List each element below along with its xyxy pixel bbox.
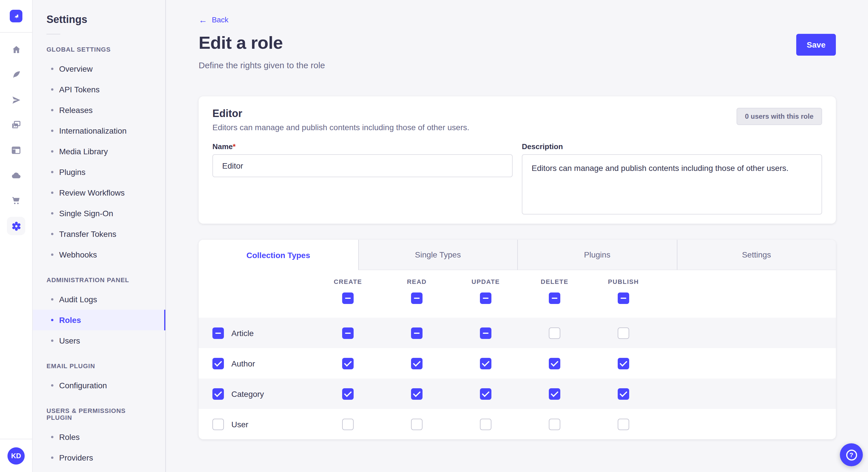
- sidebar-item-single-sign-on[interactable]: Single Sign-On: [33, 203, 165, 224]
- sidebar-item-review-workflows[interactable]: Review Workflows: [33, 182, 165, 203]
- checkbox-author-create[interactable]: [342, 358, 353, 369]
- section-label: ADMINISTRATION PANEL: [46, 276, 152, 283]
- sidebar-item-label: Media Library: [59, 147, 108, 156]
- back-arrow-icon: ←: [198, 16, 207, 24]
- subnav-title: Settings: [46, 14, 152, 26]
- save-button[interactable]: Save: [797, 34, 836, 56]
- sidebar-item-label: Webhooks: [59, 250, 97, 259]
- sidebar-item-label: Internationalization: [59, 126, 127, 135]
- tab-settings[interactable]: Settings: [677, 240, 836, 270]
- layout-icon[interactable]: [7, 141, 25, 160]
- sidebar-item-label: Overview: [59, 64, 93, 73]
- checkbox-user-read[interactable]: [411, 418, 423, 430]
- tab-collection-types[interactable]: Collection Types: [198, 240, 358, 270]
- section-label: EMAIL PLUGIN: [46, 363, 152, 369]
- column-header-publish: PUBLISH: [589, 278, 658, 285]
- user-avatar[interactable]: KD: [7, 447, 25, 464]
- page-subtitle: Define the rights given to the role: [198, 60, 836, 70]
- role-description-text: Editors can manage and publish contents …: [212, 123, 469, 132]
- sidebar-item-webhooks[interactable]: Webhooks: [33, 244, 165, 265]
- sidebar-item-media-library[interactable]: Media Library: [33, 141, 165, 162]
- sidebar-item-roles[interactable]: Roles: [33, 310, 165, 330]
- role-details-card: Editor Editors can manage and publish co…: [198, 96, 836, 224]
- rail-nav-items: [0, 33, 32, 235]
- strapi-logo[interactable]: [10, 10, 22, 22]
- sidebar-item-releases[interactable]: Releases: [33, 100, 165, 121]
- sidebar-item-label: Plugins: [59, 167, 86, 177]
- sidebar-item-up-roles[interactable]: Roles: [33, 427, 165, 447]
- sidebar-item-audit-logs[interactable]: Audit Logs: [33, 289, 165, 310]
- checkbox-category-update[interactable]: [480, 388, 491, 400]
- column-header-read: READ: [382, 278, 451, 285]
- sidebar-item-transfer-tokens[interactable]: Transfer Tokens: [33, 224, 165, 244]
- users-with-role-badge[interactable]: 0 users with this role: [736, 108, 822, 125]
- checkbox-article-read[interactable]: [411, 327, 423, 339]
- home-icon[interactable]: [7, 40, 25, 59]
- select-all-publish-checkbox[interactable]: [618, 293, 629, 304]
- sidebar-item-users[interactable]: Users: [33, 330, 165, 351]
- feather-icon[interactable]: [7, 65, 25, 84]
- checkbox-category-delete[interactable]: [549, 388, 560, 400]
- permission-row-category: Category: [198, 378, 836, 409]
- sidebar-item-label: Roles: [59, 315, 81, 325]
- bullet-icon: [51, 233, 53, 235]
- checkbox-user-publish[interactable]: [618, 418, 629, 430]
- checkbox-category-read[interactable]: [411, 388, 423, 400]
- question-mark-icon: ?: [846, 449, 857, 460]
- checkbox-article-update[interactable]: [480, 327, 491, 339]
- sidebar-item-plugins[interactable]: Plugins: [33, 162, 165, 182]
- checkbox-author-publish[interactable]: [618, 358, 629, 369]
- select-all-delete-checkbox[interactable]: [549, 293, 560, 304]
- subnav-section-global-settings: GLOBAL SETTINGS Overview API Tokens Rele…: [33, 46, 165, 265]
- checkbox-user-create[interactable]: [342, 418, 353, 430]
- select-all-create-checkbox[interactable]: [342, 293, 353, 304]
- bullet-icon: [51, 150, 53, 153]
- checkbox-user-delete[interactable]: [549, 418, 560, 430]
- name-field[interactable]: [212, 154, 513, 177]
- checkbox-author-read[interactable]: [411, 358, 423, 369]
- checkbox-article-create[interactable]: [342, 327, 353, 339]
- bullet-icon: [51, 457, 53, 459]
- checkbox-category-publish[interactable]: [618, 388, 629, 400]
- checkbox-author-delete[interactable]: [549, 358, 560, 369]
- shopping-cart-icon[interactable]: [7, 192, 25, 210]
- select-all-update-checkbox[interactable]: [480, 293, 491, 304]
- row-select-checkbox-author[interactable]: [212, 358, 224, 369]
- sidebar-item-internationalization[interactable]: Internationalization: [33, 121, 165, 141]
- sidebar-item-label: Providers: [59, 453, 93, 462]
- row-select-checkbox-article[interactable]: [212, 327, 224, 339]
- sidebar-item-configuration[interactable]: Configuration: [33, 375, 165, 396]
- bullet-icon: [51, 298, 53, 301]
- cloud-icon[interactable]: [7, 166, 25, 185]
- gear-icon[interactable]: [7, 217, 25, 235]
- row-label: Author: [231, 359, 255, 368]
- description-field-group: Description Editors can manage and publi…: [522, 142, 822, 214]
- sidebar-item-label: Roles: [59, 432, 80, 442]
- help-button[interactable]: ?: [840, 443, 863, 466]
- media-library-icon[interactable]: [7, 116, 25, 134]
- description-field[interactable]: Editors can manage and publish contents …: [522, 154, 822, 214]
- sidebar-item-label: Review Workflows: [59, 188, 125, 197]
- back-link[interactable]: ← Back: [198, 15, 228, 24]
- checkbox-article-delete[interactable]: [549, 327, 560, 339]
- bullet-icon: [51, 384, 53, 386]
- sidebar-item-overview[interactable]: Overview: [33, 59, 165, 79]
- tab-plugins[interactable]: Plugins: [517, 240, 677, 270]
- sidebar-item-label: Audit Logs: [59, 295, 97, 304]
- sidebar-item-providers[interactable]: Providers: [33, 447, 165, 468]
- tab-single-types[interactable]: Single Types: [358, 240, 517, 270]
- select-all-read-checkbox[interactable]: [411, 293, 423, 304]
- paper-plane-icon[interactable]: [7, 91, 25, 109]
- bullet-icon: [51, 130, 53, 132]
- column-header-delete: DELETE: [520, 278, 589, 285]
- checkbox-user-update[interactable]: [480, 418, 491, 430]
- permission-row-article: Article: [198, 318, 836, 348]
- row-select-checkbox-category[interactable]: [212, 388, 224, 400]
- checkbox-category-create[interactable]: [342, 388, 353, 400]
- sidebar-item-api-tokens[interactable]: API Tokens: [33, 79, 165, 100]
- row-select-checkbox-user[interactable]: [212, 418, 224, 430]
- bullet-icon: [51, 171, 53, 173]
- checkbox-author-update[interactable]: [480, 358, 491, 369]
- row-label: Category: [231, 389, 264, 398]
- checkbox-article-publish[interactable]: [618, 327, 629, 339]
